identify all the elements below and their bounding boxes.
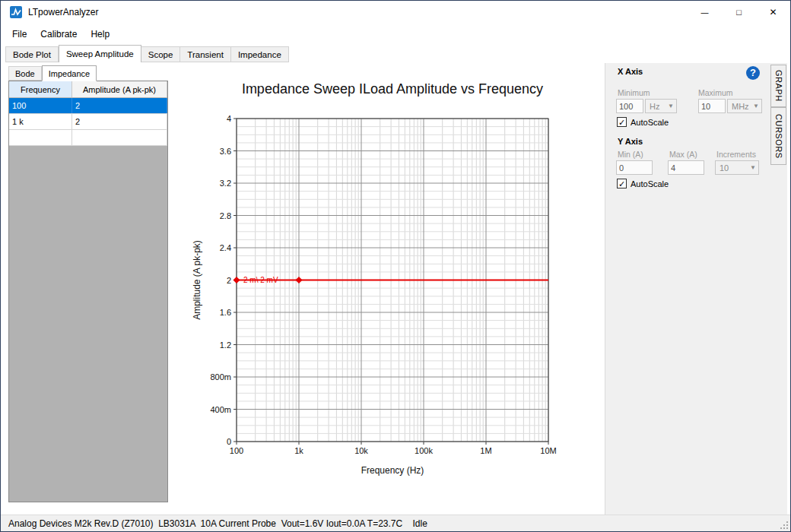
- column-header-frequency[interactable]: Frequency: [9, 81, 72, 97]
- side-tab-graph-label: GRAPH: [774, 70, 783, 102]
- table-cell-amplitude[interactable]: [72, 130, 167, 145]
- x-minimum-input[interactable]: [616, 99, 643, 113]
- tab-sweep-amplitude[interactable]: Sweep Amplitude: [59, 45, 141, 62]
- impedance-chart: 1001k10k100k1M10M0400m800m1.21.622.42.83…: [168, 63, 605, 515]
- y-max-label: Max (A): [669, 150, 697, 159]
- svg-text:800m: 800m: [210, 372, 231, 382]
- main-tab-strip: Bode Plot Sweep Amplitude Scope Transien…: [5, 45, 289, 62]
- table-header-row: Frequency Amplitude (A pk-pk): [9, 81, 167, 98]
- svg-text:2.8: 2.8: [220, 211, 231, 220]
- close-button[interactable]: ✕: [756, 1, 790, 24]
- checkbox-check-icon: ✓: [617, 117, 627, 127]
- svg-text:1M: 1M: [480, 446, 491, 455]
- table-cell-frequency[interactable]: [9, 130, 72, 145]
- menu-bar: File Calibrate Help: [5, 25, 116, 43]
- title-bar: LTpowerAnalyzer — □ ✕: [1, 1, 790, 24]
- x-minimum-label: Minimum: [618, 88, 650, 97]
- graph-settings-panel: X Axis ? Minimum Maximum Hz ▼ MHz ▼ ✓ Au…: [605, 63, 770, 515]
- checkbox-check-icon: ✓: [617, 179, 627, 188]
- resize-grip[interactable]: [779, 520, 788, 529]
- side-tab-cursors-label: CURSORS: [774, 114, 783, 159]
- svg-text:3.2: 3.2: [220, 179, 231, 188]
- chevron-down-icon: ▼: [668, 103, 674, 109]
- sweep-table: Frequency Amplitude (A pk-pk) 100 2 1 k …: [8, 81, 168, 502]
- tab-bode-plot[interactable]: Bode Plot: [5, 46, 59, 62]
- chart-annotation: 2 m\ 2 mV: [243, 276, 278, 284]
- side-tab-cursors[interactable]: CURSORS: [770, 107, 786, 165]
- svg-text:0: 0: [227, 437, 231, 446]
- chart-title: Impedance Sweep ILoad Amplitude vs Frequ…: [242, 81, 543, 97]
- subtab-bode[interactable]: Bode: [8, 66, 42, 81]
- y-increments-value: 10: [720, 163, 729, 173]
- y-autoscale-checkbox[interactable]: ✓ AutoScale: [617, 179, 669, 188]
- svg-text:4: 4: [227, 114, 231, 123]
- y-autoscale-label: AutoScale: [631, 179, 669, 188]
- x-autoscale-label: AutoScale: [631, 118, 669, 127]
- table-row[interactable]: [9, 130, 167, 146]
- tab-scope[interactable]: Scope: [141, 46, 181, 62]
- table-row[interactable]: 1 k 2: [9, 114, 167, 130]
- y-min-label: Min (A): [618, 150, 643, 159]
- chart-xlabel: Frequency (Hz): [361, 465, 424, 476]
- subtab-impedance[interactable]: Impedance: [42, 65, 97, 81]
- svg-text:1.2: 1.2: [220, 340, 231, 350]
- table-cell-frequency[interactable]: 100: [9, 98, 72, 113]
- y-axis-section-title: Y Axis: [618, 137, 643, 146]
- svg-text:400m: 400m: [210, 405, 231, 414]
- chevron-down-icon: ▼: [753, 103, 759, 109]
- menu-item-file[interactable]: File: [5, 25, 33, 43]
- menu-item-calibrate[interactable]: Calibrate: [33, 25, 84, 43]
- minimize-button[interactable]: —: [688, 1, 722, 24]
- side-tab-graph[interactable]: GRAPH: [770, 65, 786, 107]
- tab-impedance[interactable]: Impedance: [231, 46, 289, 62]
- svg-text:2.4: 2.4: [220, 243, 231, 252]
- table-cell-amplitude[interactable]: 2: [72, 98, 167, 113]
- sub-tab-strip: Bode Impedance: [8, 65, 97, 81]
- svg-text:1k: 1k: [294, 446, 303, 455]
- app-icon: [10, 6, 22, 18]
- svg-text:10k: 10k: [354, 446, 368, 455]
- side-tab-strip: GRAPH CURSORS: [770, 63, 787, 515]
- x-maximum-unit-select[interactable]: MHz ▼: [727, 99, 762, 113]
- maximize-button[interactable]: □: [722, 1, 756, 24]
- y-max-input[interactable]: [668, 160, 704, 175]
- svg-text:10M: 10M: [540, 446, 556, 455]
- chart-area: 1001k10k100k1M10M0400m800m1.21.622.42.83…: [168, 63, 605, 515]
- table-row[interactable]: 100 2: [9, 98, 167, 114]
- status-text: Analog Devices M2k Rev.D (Z7010) LB3031A…: [8, 518, 427, 529]
- menu-item-help[interactable]: Help: [84, 25, 116, 43]
- tab-transient[interactable]: Transient: [180, 46, 231, 62]
- svg-text:2: 2: [227, 276, 231, 285]
- app-icon-image: [10, 6, 22, 18]
- x-minimum-unit-value: Hz: [650, 102, 659, 111]
- table-cell-amplitude[interactable]: 2: [72, 114, 167, 129]
- column-header-amplitude[interactable]: Amplitude (A pk-pk): [72, 81, 167, 97]
- svg-text:1.6: 1.6: [220, 308, 231, 317]
- chevron-down-icon: ▼: [750, 164, 756, 171]
- table-cell-frequency[interactable]: 1 k: [9, 114, 72, 129]
- app-window: LTpowerAnalyzer — □ ✕ File Calibrate Hel…: [0, 0, 791, 532]
- x-maximum-label: Maximum: [698, 88, 733, 97]
- x-axis-section-title: X Axis: [618, 67, 643, 76]
- x-maximum-input[interactable]: [698, 99, 726, 113]
- help-icon[interactable]: ?: [746, 66, 760, 80]
- y-increments-label: Increments: [716, 150, 756, 159]
- svg-text:100: 100: [230, 446, 243, 455]
- x-maximum-unit-value: MHz: [732, 102, 749, 111]
- table-empty-area: [9, 146, 167, 502]
- x-minimum-unit-select[interactable]: Hz ▼: [645, 99, 677, 113]
- window-title: LTpowerAnalyzer: [28, 7, 98, 17]
- chart-ylabel: Amplitude (A pk-pk): [192, 240, 202, 320]
- svg-text:3.6: 3.6: [220, 147, 231, 156]
- y-min-input[interactable]: [616, 160, 653, 175]
- status-bar: Analog Devices M2k Rev.D (Z7010) LB3031A…: [1, 515, 790, 531]
- svg-text:100k: 100k: [415, 446, 433, 455]
- x-autoscale-checkbox[interactable]: ✓ AutoScale: [617, 117, 669, 127]
- y-increments-select[interactable]: 10 ▼: [715, 160, 759, 175]
